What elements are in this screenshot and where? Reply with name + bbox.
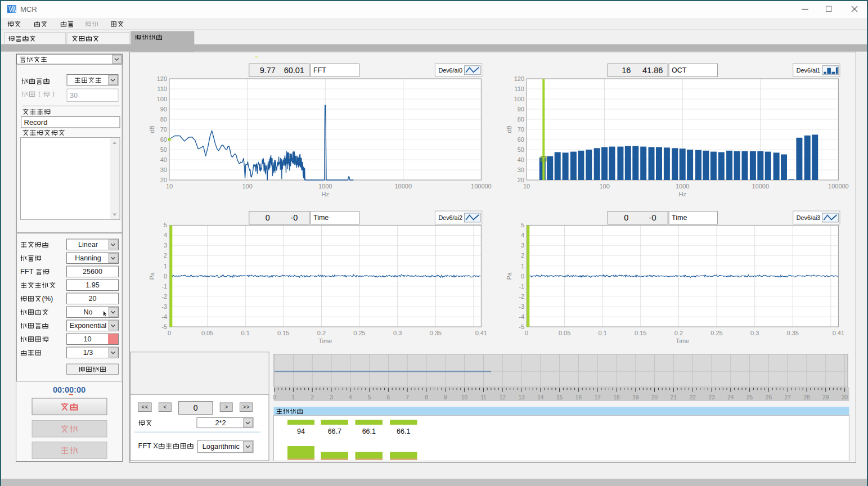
- svg-text:5: 5: [521, 222, 524, 228]
- svg-text:21: 21: [671, 394, 677, 400]
- svg-text:30: 30: [842, 394, 848, 400]
- svg-text:Exponential: Exponential: [70, 322, 106, 330]
- svg-text:Pa: Pa: [149, 272, 155, 280]
- svg-text:-1: -1: [519, 283, 524, 290]
- svg-text:0: 0: [521, 273, 524, 280]
- svg-text:-0: -0: [290, 213, 298, 222]
- svg-text:dB: dB: [149, 125, 155, 133]
- svg-text:0: 0: [164, 273, 167, 280]
- svg-text:5: 5: [164, 222, 167, 228]
- svg-text:dB: dB: [506, 125, 512, 133]
- svg-text:Time: Time: [672, 214, 687, 222]
- svg-text:>: >: [224, 403, 228, 410]
- svg-text:10: 10: [166, 183, 173, 190]
- svg-text:Hanning: Hanning: [75, 254, 101, 262]
- svg-text:40: 40: [518, 156, 524, 163]
- svg-text:-2: -2: [519, 293, 524, 300]
- svg-text:3: 3: [330, 394, 333, 400]
- svg-text:FFT: FFT: [20, 267, 34, 276]
- svg-text:17: 17: [595, 394, 601, 400]
- svg-text:-3: -3: [519, 303, 524, 310]
- svg-text:66.1: 66.1: [362, 428, 376, 435]
- svg-text:22: 22: [690, 394, 696, 400]
- svg-text:30: 30: [518, 166, 524, 173]
- svg-text:60: 60: [518, 136, 524, 143]
- svg-text:120: 120: [157, 75, 167, 82]
- svg-text:Time: Time: [318, 338, 332, 344]
- svg-text:No: No: [84, 308, 93, 316]
- svg-text:(%): (%): [42, 294, 53, 303]
- svg-text:0.05: 0.05: [559, 330, 570, 336]
- svg-text:0.2: 0.2: [674, 330, 683, 336]
- svg-text:Dev6/ai2: Dev6/ai2: [438, 214, 462, 221]
- svg-text:OCT: OCT: [672, 66, 687, 74]
- svg-text:100: 100: [514, 96, 524, 102]
- svg-text:66.7: 66.7: [328, 428, 341, 435]
- svg-text:90: 90: [160, 106, 167, 112]
- svg-text:00:00:00: 00:00:00: [53, 385, 86, 394]
- svg-text:Time: Time: [313, 214, 329, 222]
- svg-text:19: 19: [632, 394, 639, 400]
- svg-text:15: 15: [556, 394, 563, 400]
- svg-text:3: 3: [164, 242, 167, 249]
- svg-text:0.3: 0.3: [393, 330, 402, 336]
- svg-text:26: 26: [766, 394, 772, 400]
- svg-text:<<: <<: [141, 403, 148, 410]
- svg-text:20: 20: [89, 295, 97, 303]
- svg-text:120: 120: [514, 75, 524, 82]
- svg-text:2: 2: [311, 394, 314, 400]
- svg-text:0.15: 0.15: [635, 330, 646, 336]
- svg-text:Logarithmic: Logarithmic: [203, 442, 240, 451]
- svg-text:24: 24: [727, 394, 734, 400]
- svg-text:16: 16: [575, 394, 582, 400]
- svg-text:90: 90: [518, 106, 524, 112]
- svg-text:30: 30: [160, 166, 167, 173]
- svg-text:<: <: [163, 403, 167, 410]
- svg-text:8: 8: [425, 394, 428, 400]
- svg-text:3: 3: [521, 242, 524, 249]
- svg-text:27: 27: [785, 394, 791, 400]
- svg-text:0.35: 0.35: [430, 330, 442, 336]
- svg-text:14: 14: [537, 394, 544, 400]
- svg-text:0.35: 0.35: [787, 330, 799, 336]
- svg-text:23: 23: [708, 394, 715, 400]
- svg-text:-3: -3: [161, 303, 167, 310]
- svg-text:0: 0: [266, 213, 270, 222]
- svg-text:2: 2: [164, 252, 167, 259]
- svg-text:29: 29: [822, 394, 829, 400]
- svg-text:9.77: 9.77: [260, 66, 276, 75]
- svg-text:-1: -1: [161, 283, 167, 290]
- svg-text:100000: 100000: [471, 183, 492, 190]
- svg-text:FFT: FFT: [313, 66, 326, 74]
- svg-text:1.95: 1.95: [86, 281, 99, 289]
- svg-text:>>: >>: [242, 403, 249, 410]
- svg-text:12: 12: [500, 394, 506, 400]
- svg-text:Dev6/ai3: Dev6/ai3: [797, 214, 821, 221]
- svg-text:13: 13: [518, 394, 525, 400]
- svg-text:Linear: Linear: [78, 241, 98, 249]
- svg-text:10: 10: [523, 183, 530, 190]
- svg-text:-5: -5: [161, 323, 167, 330]
- svg-text:0: 0: [525, 330, 528, 336]
- svg-text:94: 94: [297, 428, 305, 435]
- svg-text:60.01: 60.01: [284, 66, 304, 75]
- svg-text:50: 50: [518, 146, 524, 153]
- svg-text:9: 9: [444, 394, 447, 400]
- svg-text:110: 110: [157, 86, 167, 92]
- svg-text:0.2: 0.2: [317, 330, 326, 336]
- svg-text:Record: Record: [24, 118, 48, 127]
- svg-text:60: 60: [160, 136, 167, 143]
- svg-text:80: 80: [518, 116, 524, 123]
- svg-text:1: 1: [164, 263, 167, 269]
- svg-text:50: 50: [160, 146, 167, 153]
- svg-text:28: 28: [803, 394, 810, 400]
- svg-text:5: 5: [368, 394, 371, 400]
- svg-text:1000: 1000: [318, 183, 332, 190]
- svg-text:0.25: 0.25: [710, 330, 722, 336]
- svg-text:10: 10: [84, 335, 92, 343]
- svg-text:0.41: 0.41: [475, 330, 487, 336]
- svg-text:7: 7: [406, 394, 409, 400]
- svg-text:18: 18: [613, 394, 620, 400]
- svg-text:80: 80: [160, 116, 167, 123]
- svg-text:16: 16: [622, 66, 631, 75]
